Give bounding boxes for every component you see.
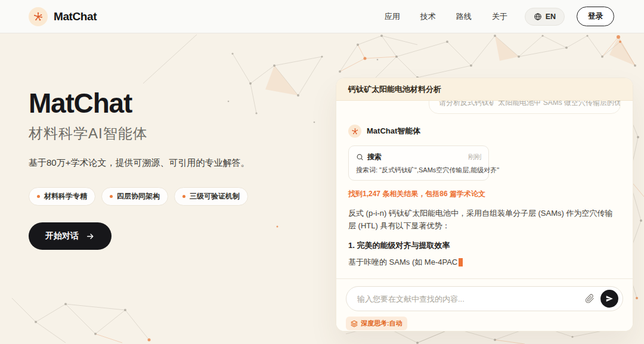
feature-label: 三级可验证机制 xyxy=(190,191,240,202)
layers-icon xyxy=(351,320,358,327)
chat-header: 钙钛矿太阳能电池材料分析 xyxy=(336,78,633,101)
hero-section: MatChat 材料科学AI智能体 基于80万+学术论文，提供可溯源、可引用的专… xyxy=(29,87,285,250)
bullet-dot-icon xyxy=(37,195,40,198)
answer-heading: 1. 完美的能级对齐与提取效率 xyxy=(348,240,621,251)
globe-icon xyxy=(534,13,542,21)
agent-molecule-avatar-icon xyxy=(348,125,361,138)
deep-think-label: 深度思考:自动 xyxy=(361,319,402,328)
feature-label: 材料科学专精 xyxy=(44,191,87,202)
login-button[interactable]: 登录 xyxy=(577,7,614,26)
send-plane-icon xyxy=(605,295,614,303)
brand-logo[interactable]: MatChat xyxy=(29,7,97,26)
molecule-logo-icon xyxy=(29,7,48,26)
top-navbar: MatChat 应用 技术 路线 关于 EN 登录 xyxy=(0,0,644,33)
deep-think-toggle[interactable]: 深度思考:自动 xyxy=(346,317,407,330)
nav-item-about[interactable]: 关于 xyxy=(484,8,515,26)
answer-paragraph: 反式 (p-i-n) 钙钛矿太阳能电池中，采用自组装单分子层 (SAMs) 作为… xyxy=(348,207,618,233)
hero-description: 基于80万+学术论文，提供可溯源、可引用的专业解答。 xyxy=(29,155,268,171)
bullet-dot-icon xyxy=(182,195,185,198)
answer-typing-line: 基于咔唑的 SAMs (如 Me-4PAC xyxy=(348,257,621,268)
arrow-right-icon xyxy=(86,233,95,240)
search-icon xyxy=(356,153,364,161)
feature-pill-architecture: 四层协同架构 xyxy=(101,187,168,206)
start-chat-label: 开始对话 xyxy=(45,231,79,241)
answer-typing-text: 基于咔唑的 SAMs (如 Me-4PAC xyxy=(348,257,457,268)
attach-file-button[interactable] xyxy=(583,292,597,306)
user-message-bubble: 请分析反式钙钛矿 太阳能电池中 SAMs 做空穴传输层的优势。 xyxy=(429,101,621,114)
search-tool-header: 搜索 刚刚 xyxy=(356,152,481,162)
feature-pills: 材料科学专精 四层协同架构 三级可验证机制 xyxy=(29,187,285,206)
chat-input-area: 深度思考:自动 xyxy=(336,278,633,331)
paperclip-icon xyxy=(585,294,595,303)
search-tool-label: 搜索 xyxy=(367,152,382,162)
feature-label: 四层协同架构 xyxy=(117,191,160,202)
chat-input[interactable] xyxy=(357,295,583,303)
chat-input-wrapper xyxy=(346,286,623,311)
nav-menu: 应用 技术 路线 关于 EN 登录 xyxy=(377,7,614,26)
chat-title: 钙钛矿太阳能电池材料分析 xyxy=(348,84,441,95)
hero-title: MatChat xyxy=(29,87,285,119)
typing-cursor xyxy=(459,258,463,266)
chat-demo-panel: 钙钛矿太阳能电池材料分析 请分析反式钙钛矿 太阳能电池中 SAMs 做空穴传输层… xyxy=(336,78,633,331)
nav-item-apps[interactable]: 应用 xyxy=(377,8,408,26)
user-message-text: 请分析反式钙钛矿 太阳能电池中 SAMs 做空穴传输层的优势。 xyxy=(439,101,611,108)
send-button[interactable] xyxy=(600,290,618,308)
feature-pill-materials: 材料科学专精 xyxy=(29,187,95,206)
language-switcher[interactable]: EN xyxy=(525,8,565,26)
search-timestamp: 刚刚 xyxy=(468,153,481,162)
chat-message-list[interactable]: 请分析反式钙钛矿 太阳能电池中 SAMs 做空穴传输层的优势。 MatChat智… xyxy=(336,101,633,278)
language-label: EN xyxy=(546,13,556,21)
hero-subtitle: 材料科学AI智能体 xyxy=(29,124,285,143)
bullet-dot-icon xyxy=(110,195,113,198)
brand-name: MatChat xyxy=(54,10,97,23)
search-tool-card[interactable]: 搜索 刚刚 搜索词: "反式钙钛矿",SAMs空穴传输层,能级对齐" xyxy=(348,145,489,181)
nav-item-roadmap[interactable]: 路线 xyxy=(448,8,479,26)
feature-pill-verification: 三级可验证机制 xyxy=(174,187,248,206)
agent-identity-row: MatChat智能体 xyxy=(348,125,621,138)
search-query-text: 搜索词: "反式钙钛矿",SAMs空穴传输层,能级对齐" xyxy=(356,166,481,175)
search-result-summary: 找到1,247 条相关结果，包括86 篇学术论文 xyxy=(348,189,621,199)
nav-item-tech[interactable]: 技术 xyxy=(413,8,444,26)
agent-name: MatChat智能体 xyxy=(367,126,420,137)
start-chat-button[interactable]: 开始对话 xyxy=(29,222,112,250)
